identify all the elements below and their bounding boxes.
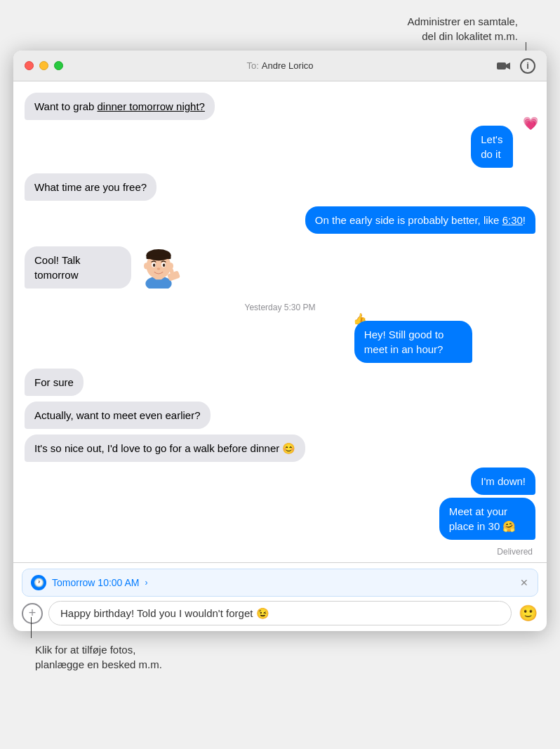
svg-point-6 (144, 263, 149, 269)
titlebar-recipient: To: Andre Lorico (246, 60, 313, 71)
heart-reaction: 💗 (523, 116, 538, 131)
titlebar: To: Andre Lorico i (13, 51, 547, 81)
message-input[interactable] (48, 601, 512, 625)
schedule-text[interactable]: Tomorrow 10:00 AM (52, 577, 140, 588)
annotation-bottom-line1: Klik for at tilføje fotos, (35, 644, 135, 656)
messages-area: Want to grab dinner tomorrow night? 💗 Le… (13, 81, 547, 562)
contact-name: Andre Lorico (262, 60, 314, 71)
message-row: 👍 Hey! Still good to meet in an hour? (25, 321, 535, 363)
message-row: For sure (25, 369, 535, 396)
scheduled-banner: 🕐 Tomorrow 10:00 AM › ✕ (22, 569, 538, 597)
svg-point-11 (163, 263, 166, 267)
message-row: It's so nice out, I'd love to go for a w… (25, 435, 535, 462)
message-bubble: Hey! Still good to meet in an hour? (354, 321, 472, 363)
message-bubble: I'm down! (471, 468, 535, 495)
video-call-button[interactable] (496, 58, 512, 74)
annotation-top: Administrer en samtale, del din lokalite… (0, 14, 560, 51)
message-bubble: What time are you free? (25, 173, 156, 201)
add-content-button[interactable]: + (22, 603, 43, 624)
titlebar-icons: i (496, 58, 535, 74)
maximize-button[interactable] (54, 61, 63, 70)
input-area: 🕐 Tomorrow 10:00 AM › ✕ + 🙂 (13, 562, 547, 631)
message-bubble: On the early side is probably better, li… (305, 206, 535, 234)
message-bubble-meet: Meet at your place in 30 🤗 (439, 498, 535, 540)
message-row-memoji: Cool! Talk tomorrow (25, 239, 535, 289)
svg-rect-5 (147, 255, 171, 259)
minimize-button[interactable] (39, 61, 48, 70)
bubble-wrap: 💗 Let's do it (471, 126, 535, 168)
message-bubble: Let's do it (471, 126, 513, 168)
annotation-bottom: Klik for at tilføje fotos, planlægge en … (0, 631, 560, 672)
svg-rect-0 (497, 62, 506, 69)
memoji-container: Cool! Talk tomorrow (25, 239, 189, 289)
message-row: Actually, want to meet even earlier? (25, 402, 535, 429)
message-bubble: It's so nice out, I'd love to go for a w… (25, 435, 305, 462)
schedule-close-button[interactable]: ✕ (518, 576, 531, 589)
message-bubble: Want to grab dinner tomorrow night? (25, 93, 215, 120)
message-row: Want to grab dinner tomorrow night? (25, 93, 535, 120)
input-row: + 🙂 (22, 601, 538, 625)
chevron-right-icon: › (145, 578, 148, 588)
annotation-top-line2: del din lokalitet m.m. (422, 30, 518, 42)
message-bubble: For sure (25, 369, 84, 396)
messages-window: To: Andre Lorico i Want to grab dinner t… (13, 51, 547, 631)
annotation-bottom-line2: planlægge en besked m.m. (35, 658, 162, 670)
bubble-wrap: 👍 Hey! Still good to meet in an hour? (354, 321, 535, 363)
sent-stack: I'm down! Meet at your place in 30 🤗 (387, 468, 535, 540)
traffic-lights (25, 61, 63, 70)
info-button[interactable]: i (520, 58, 535, 74)
schedule-clock-icon: 🕐 (31, 575, 46, 590)
message-bubble: Cool! Talk tomorrow (25, 246, 131, 289)
svg-point-12 (157, 267, 161, 270)
emoji-picker-button[interactable]: 🙂 (517, 603, 538, 624)
timestamp: Yesterday 5:30 PM (25, 303, 535, 312)
to-label: To: (246, 60, 258, 71)
message-row: I'm down! Meet at your place in 30 🤗 (25, 468, 535, 540)
message-bubble: Actually, want to meet even earlier? (25, 402, 211, 429)
close-button[interactable] (25, 61, 34, 70)
message-row: What time are you free? (25, 173, 535, 201)
message-row: On the early side is probably better, li… (25, 206, 535, 234)
svg-point-10 (153, 263, 156, 267)
annotation-top-line1: Administrer en samtale, (407, 15, 518, 27)
delivered-status: Delivered (25, 547, 535, 557)
memoji-sticker (134, 239, 183, 289)
message-row: 💗 Let's do it (25, 126, 535, 168)
